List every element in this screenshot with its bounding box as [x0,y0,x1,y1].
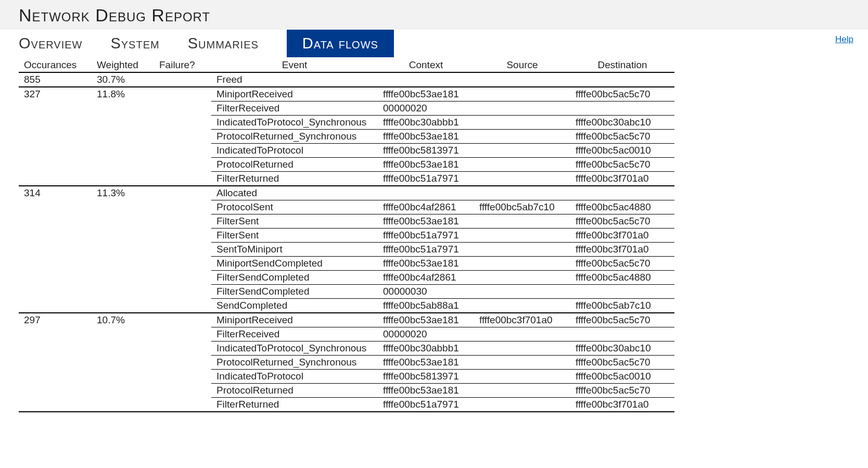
table-body: 85530.7%Freed32711.8%MiniportReceivedfff… [19,72,674,412]
cell-event: FilterSendCompleted [211,271,378,285]
cell-context: 00000020 [378,102,474,116]
cell-weighted: 11.3% [92,186,154,313]
cell-destination: ffffe00bc5ac4880 [570,271,674,285]
cell-source [474,257,570,271]
col-occurances: Occurances [19,57,92,72]
cell-destination: ffffe00bc5ac5c70 [570,158,674,172]
cell-event: MiniportReceived [211,313,378,327]
cell-destination: ffffe00bc5ac5c70 [570,313,674,327]
cell-context: ffffe00bc30abbb1 [378,341,474,356]
cell-context: ffffe00bc53ae181 [378,313,474,327]
cell-source [474,186,570,200]
cell-source [474,341,570,356]
cell-event: FilterReceived [211,102,378,116]
cell-source: ffffe00bc3f701a0 [474,313,570,327]
cell-event: SendCompleted [211,299,378,313]
cell-context: ffffe00bc51a7971 [378,172,474,186]
cell-event: IndicatedToProtocol_Synchronous [211,116,378,130]
cell-source [474,229,570,243]
cell-context: ffffe00bc5813971 [378,370,474,384]
cell-context: ffffe00bc53ae181 [378,257,474,271]
cell-failure [154,186,211,313]
cell-context: ffffe00bc51a7971 [378,243,474,257]
cell-source [474,87,570,102]
tab-data-flows[interactable]: Data flows [287,30,394,57]
cell-destination [570,72,674,87]
cell-occurances: 314 [19,186,92,313]
help-link[interactable]: Help [835,34,853,45]
cell-source [474,370,570,384]
cell-destination: ffffe00bc5ab7c10 [570,299,674,313]
cell-event: MiniportSendCompleted [211,257,378,271]
cell-destination: ffffe00bc3f701a0 [570,229,674,243]
cell-context: ffffe00bc53ae181 [378,130,474,144]
tab-overview[interactable]: Overview [19,30,98,57]
col-weighted: Weighted [92,57,154,72]
cell-context: ffffe00bc5813971 [378,144,474,158]
header-bar: Network Debug Report [0,0,868,30]
cell-weighted: 10.7% [92,313,154,412]
cell-source [474,271,570,285]
cell-context [378,72,474,87]
table-row: 29710.7%MiniportReceivedffffe00bc53ae181… [19,313,674,327]
cell-context: 00000030 [378,285,474,299]
cell-source [474,158,570,172]
cell-event: FilterSent [211,229,378,243]
help-row: Help [774,31,868,45]
cell-source: ffffe00bc5ab7c10 [474,200,570,214]
cell-context: ffffe00bc4af2861 [378,271,474,285]
cell-source [474,72,570,87]
cell-context: ffffe00bc53ae181 [378,356,474,370]
cell-event: IndicatedToProtocol [211,144,378,158]
cell-event: MiniportReceived [211,87,378,102]
cell-destination: ffffe00bc5ac5c70 [570,130,674,144]
cell-destination: ffffe00bc5ac0010 [570,370,674,384]
cell-event: ProtocolSent [211,200,378,214]
cell-destination: ffffe00bc5ac5c70 [570,384,674,398]
col-destination: Destination [570,57,674,72]
cell-destination: ffffe00bc3f701a0 [570,398,674,412]
data-flows-table: Occurances Weighted Failure? Event Conte… [19,57,674,412]
tab-system[interactable]: System [110,30,175,57]
cell-event: IndicatedToProtocol_Synchronous [211,341,378,356]
col-source: Source [474,57,570,72]
cell-source [474,144,570,158]
cell-context: ffffe00bc5ab88a1 [378,299,474,313]
cell-destination [570,327,674,341]
col-event: Event [211,57,378,72]
cell-event: ProtocolReturned_Synchronous [211,356,378,370]
cell-context: ffffe00bc30abbb1 [378,116,474,130]
tab-summaries[interactable]: Summaries [188,30,274,57]
cell-source [474,398,570,412]
cell-event: ProtocolReturned [211,384,378,398]
cell-weighted: 30.7% [92,72,154,87]
table-row: 31411.3%Allocated [19,186,674,200]
col-context: Context [378,57,474,72]
cell-destination: ffffe00bc5ac5c70 [570,257,674,271]
cell-source [474,116,570,130]
cell-context: ffffe00bc53ae181 [378,384,474,398]
cell-source [474,356,570,370]
cell-context: ffffe00bc53ae181 [378,158,474,172]
cell-event: ProtocolReturned [211,158,378,172]
cell-destination: ffffe00bc5ac5c70 [570,214,674,229]
cell-event: IndicatedToProtocol [211,370,378,384]
table-header-row: Occurances Weighted Failure? Event Conte… [19,57,674,72]
cell-destination: ffffe00bc3f701a0 [570,243,674,257]
cell-context: ffffe00bc51a7971 [378,398,474,412]
cell-event: FilterReceived [211,327,378,341]
cell-destination: ffffe00bc30abc10 [570,116,674,130]
cell-source [474,102,570,116]
table-row: 85530.7%Freed [19,72,674,87]
cell-event: FilterReturned [211,172,378,186]
cell-destination: ffffe00bc5ac5c70 [570,356,674,370]
cell-context: ffffe00bc53ae181 [378,87,474,102]
cell-context: 00000020 [378,327,474,341]
col-failure: Failure? [154,57,211,72]
cell-source [474,285,570,299]
cell-context [378,186,474,200]
cell-source [474,243,570,257]
cell-occurances: 855 [19,72,92,87]
cell-occurances: 327 [19,87,92,186]
cell-occurances: 297 [19,313,92,412]
